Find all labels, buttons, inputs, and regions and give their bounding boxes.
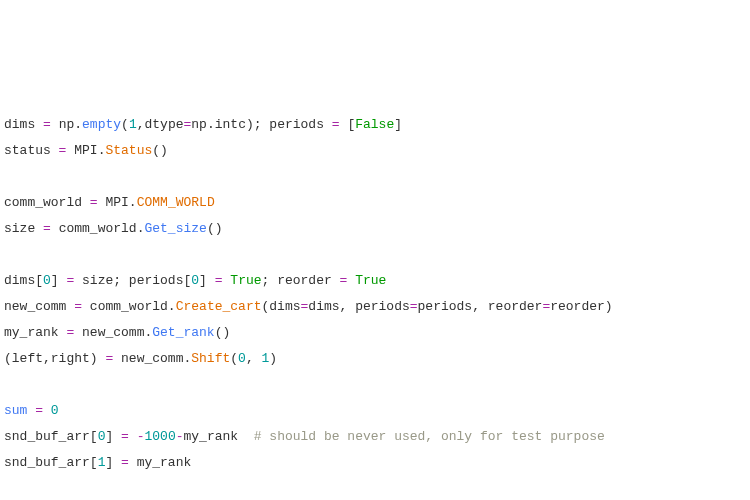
code-line: comm_world = MPI.COMM_WORLD [4,190,746,216]
code-token: intc [215,117,246,132]
code-token: periods, reorder [418,299,543,314]
code-line: dims[0] = size; periods[0] = True; reord… [4,268,746,294]
code-token [43,403,51,418]
code-token: my_rank [184,429,254,444]
code-token: 0 [51,403,59,418]
code-token: . [207,117,215,132]
code-token: Status [105,143,152,158]
code-token: MPI [98,195,129,210]
code-line: size = comm_world.Get_size() [4,216,746,242]
code-token: . [74,117,82,132]
code-token [4,169,12,184]
code-line [4,164,746,190]
code-line: snd_buf_arr[0] = -1000-my_rank # should … [4,424,746,450]
code-token: 1 [129,117,137,132]
code-line [4,242,746,268]
code-token: MPI [66,143,97,158]
code-token: = [35,403,43,418]
code-token: comm_world [82,299,168,314]
code-token [4,481,12,496]
code-block: dims = np.empty(1,dtype=np.intc); period… [4,112,746,500]
code-token: ,dtype [137,117,184,132]
code-token: (left,right) [4,351,105,366]
code-token: [ [340,117,356,132]
code-token: () [215,325,231,340]
code-line: snd_buf_arr[1] = my_rank [4,450,746,476]
code-token: ] [105,455,121,470]
code-line: status = MPI.Status() [4,138,746,164]
code-token [129,429,137,444]
code-token: () [207,221,223,236]
code-token: Shift [191,351,230,366]
code-token: ; reorder [262,273,340,288]
code-token: size; periods[ [74,273,191,288]
code-token [4,377,12,392]
code-token: # should be never used, only for test pu… [254,429,605,444]
code-token: ] [105,429,121,444]
code-token: snd_buf_arr[ [4,455,98,470]
code-token: (dims [262,299,301,314]
code-line: (left,right) = new_comm.Shift(0, 1) [4,346,746,372]
code-token: my_rank [129,455,191,470]
code-token: 0 [191,273,199,288]
code-token: np [191,117,207,132]
code-line: my_rank = new_comm.Get_rank() [4,320,746,346]
code-token: = [74,299,82,314]
code-token: dims, periods [308,299,409,314]
code-token: = [215,273,223,288]
code-token: dims [4,117,43,132]
code-token: ] [199,273,215,288]
code-token: dims[ [4,273,43,288]
code-token: comm_world [4,195,90,210]
code-token: np [51,117,74,132]
code-token: new_comm [113,351,183,366]
code-token: = [43,221,51,236]
code-line [4,476,746,500]
code-token: ] [51,273,67,288]
code-token: = [410,299,418,314]
code-token: , [246,351,262,366]
code-token: True [355,273,386,288]
code-token: 1000 [144,429,175,444]
code-token: status [4,143,59,158]
code-token: snd_buf_arr[ [4,429,98,444]
code-token: 0 [238,351,246,366]
code-token: ); periods [246,117,332,132]
code-token: COMM_WORLD [137,195,215,210]
code-token: reorder) [550,299,612,314]
code-token: Get_size [144,221,206,236]
code-token: = [121,455,129,470]
code-token: - [176,429,184,444]
code-token: 0 [43,273,51,288]
code-token: = [90,195,98,210]
code-line: sum = 0 [4,398,746,424]
code-token: ( [230,351,238,366]
code-token: = [332,117,340,132]
code-token [4,247,12,262]
code-token: = [43,117,51,132]
code-token: = [121,429,129,444]
code-token: . [168,299,176,314]
code-token: True [230,273,261,288]
code-line: new_comm = comm_world.Create_cart(dims=d… [4,294,746,320]
code-line: dims = np.empty(1,dtype=np.intc); period… [4,112,746,138]
code-token: sum [4,403,27,418]
code-token: ) [269,351,277,366]
code-line [4,372,746,398]
code-token: empty [82,117,121,132]
code-token: Create_cart [176,299,262,314]
code-token: ( [121,117,129,132]
code-token: Get_rank [152,325,214,340]
code-token: False [355,117,394,132]
code-token: new_comm [74,325,144,340]
code-token: size [4,221,43,236]
code-token: () [152,143,168,158]
code-token: comm_world [51,221,137,236]
code-token: ] [394,117,402,132]
code-token: . [129,195,137,210]
code-token: new_comm [4,299,74,314]
code-token: my_rank [4,325,66,340]
